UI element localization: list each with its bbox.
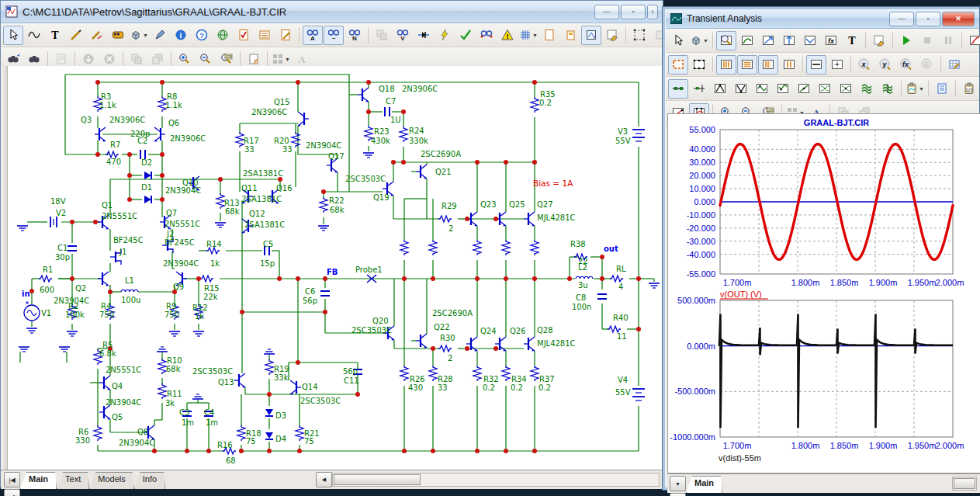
main-glassA-icon[interactable]: A <box>303 26 323 45</box>
ta-play-icon[interactable] <box>896 31 916 50</box>
main-warn-icon[interactable]: ! <box>497 26 518 45</box>
part[interactable] <box>531 97 538 113</box>
part[interactable] <box>121 290 138 292</box>
main-bolt-icon[interactable] <box>435 26 455 45</box>
tab-main[interactable]: Main <box>20 472 57 489</box>
main-glassV-icon[interactable]: V <box>393 26 413 45</box>
ta-crossbox-icon[interactable] <box>827 55 847 75</box>
part[interactable] <box>320 197 327 213</box>
part[interactable] <box>26 301 29 304</box>
close-button-partial[interactable]: › <box>647 5 658 19</box>
ta-slopeu-icon[interactable] <box>758 31 778 50</box>
ta-clip123-icon[interactable]: 123 <box>959 79 979 99</box>
transistor-icon[interactable] <box>234 373 245 388</box>
part[interactable] <box>438 216 452 222</box>
main-text-icon[interactable]: T <box>45 26 65 45</box>
ta-hlines-icon[interactable] <box>737 55 757 75</box>
part[interactable] <box>206 248 220 254</box>
ta-cmag-icon[interactable] <box>917 55 937 75</box>
diode-icon[interactable] <box>265 432 273 439</box>
main-grid-icon[interactable]: ▼ <box>518 26 538 45</box>
transistor-icon[interactable] <box>416 165 427 179</box>
part[interactable] <box>216 193 224 209</box>
transistor-icon[interactable] <box>99 376 110 390</box>
tab-main[interactable]: Main <box>686 476 722 493</box>
ta-redcurve1-icon[interactable] <box>965 31 980 50</box>
ta-fxbox-icon[interactable]: fx <box>821 31 841 50</box>
main-nodebox-icon[interactable] <box>581 26 601 45</box>
ta-sloped-icon[interactable] <box>800 31 820 50</box>
ta-cy-icon[interactable]: y <box>875 55 895 75</box>
hscroll-thumb[interactable] <box>334 474 421 485</box>
main-titlebar[interactable]: C:\MC11\DATA\Petrov\Sagittarius\GRAAL\GR… <box>1 1 663 23</box>
ta-slopeb-icon[interactable] <box>794 79 814 99</box>
ta-zerobox-icon[interactable] <box>806 55 826 75</box>
ta-vlines3-icon[interactable] <box>779 55 799 75</box>
nav-button[interactable]: |◀ <box>4 472 20 487</box>
main-glassN-icon[interactable]: N <box>345 26 365 45</box>
vertical-scrollbar[interactable] <box>1 66 8 470</box>
main-pencil2-icon[interactable] <box>87 26 107 45</box>
main-glassR-icon[interactable] <box>476 26 497 45</box>
part[interactable] <box>400 127 407 142</box>
part[interactable] <box>200 276 213 282</box>
part[interactable] <box>608 326 621 332</box>
transistor-icon[interactable] <box>98 272 109 286</box>
ta-cube-icon[interactable]: ▼ <box>689 31 709 50</box>
restore-button[interactable]: ▫ <box>621 5 646 19</box>
ta-waveb-icon[interactable] <box>773 79 793 99</box>
part[interactable] <box>39 276 52 282</box>
ta-vlines-icon[interactable] <box>716 55 736 75</box>
main-help-icon[interactable]: ? <box>192 26 212 45</box>
minimize-button[interactable]: — <box>889 12 914 26</box>
mini-scrollbar[interactable] <box>952 477 977 491</box>
part[interactable] <box>296 425 303 441</box>
ta-clipwave-icon[interactable]: ▼ <box>905 79 925 99</box>
main-doccheck-icon[interactable] <box>234 26 254 45</box>
transistor-icon[interactable] <box>416 334 427 349</box>
part[interactable] <box>400 366 408 381</box>
nav-button[interactable]: ▾ <box>670 476 686 491</box>
part[interactable] <box>429 240 437 255</box>
ta-sineb-icon[interactable] <box>752 79 772 99</box>
part[interactable] <box>610 276 623 282</box>
close-button[interactable]: ✕ <box>942 12 975 26</box>
schematic-canvas[interactable]: R31.1kQ32N3906CR81.1kQ62N3906CR7470220pC… <box>1 66 664 470</box>
main-docpencil-icon[interactable] <box>275 26 296 45</box>
ta-cfx-icon[interactable]: fx <box>896 55 916 75</box>
ta-sel-icon[interactable] <box>668 31 688 50</box>
ta-textT-icon[interactable]: T <box>842 31 862 50</box>
main-pen-icon[interactable] <box>150 26 170 45</box>
part[interactable] <box>576 276 593 279</box>
main-check2-icon[interactable] <box>455 26 476 45</box>
ta-tablepen-icon[interactable] <box>944 55 964 75</box>
ta-scalebox-icon[interactable] <box>668 55 688 75</box>
horizontal-scrollbar[interactable] <box>332 473 660 487</box>
part[interactable] <box>292 132 300 147</box>
ta-multib2-icon[interactable] <box>878 79 898 99</box>
part[interactable] <box>158 383 166 399</box>
part[interactable] <box>531 366 538 381</box>
part[interactable] <box>158 359 166 374</box>
part[interactable] <box>236 132 244 147</box>
main-layersdd-icon[interactable] <box>372 26 392 45</box>
ta-valleyb-icon[interactable] <box>731 79 751 99</box>
part[interactable] <box>429 366 437 381</box>
ta-bluedoc-icon[interactable] <box>932 79 952 99</box>
transistor-icon[interactable] <box>524 337 535 352</box>
part[interactable] <box>265 359 273 375</box>
main-diode-icon[interactable] <box>414 26 434 45</box>
ta-peakb-icon[interactable] <box>710 79 730 99</box>
ta-handdoc-icon[interactable] <box>869 31 889 50</box>
main-bus-icon[interactable] <box>108 26 128 45</box>
minimize-button[interactable]: — <box>594 5 619 19</box>
ta-curveb2-icon[interactable] <box>836 79 856 99</box>
tab-models[interactable]: Models <box>89 472 133 489</box>
transistor-icon[interactable] <box>290 380 301 395</box>
ta-stopg-icon[interactable] <box>917 31 937 50</box>
part[interactable] <box>502 366 510 381</box>
tab-info[interactable]: Info <box>134 472 165 489</box>
diode-icon[interactable] <box>144 196 151 203</box>
main-handdoc-icon[interactable] <box>602 26 622 45</box>
ta-magbox-icon[interactable] <box>716 31 736 50</box>
